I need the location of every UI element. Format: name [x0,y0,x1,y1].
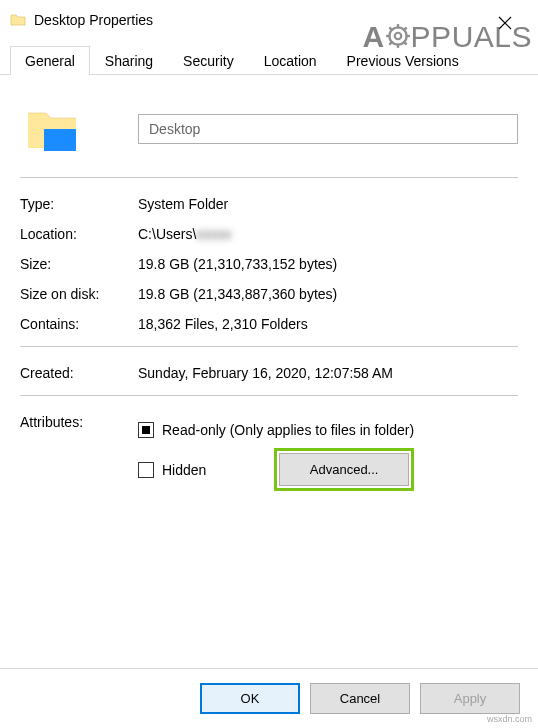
attributes-label: Attributes: [20,414,138,430]
svg-line-8 [403,27,406,30]
small-watermark: wsxdn.com [487,714,532,724]
window-title: Desktop Properties [34,12,153,28]
svg-line-6 [403,41,406,44]
separator [20,346,518,347]
highlight-annotation: Advanced... [274,448,414,491]
folder-large-icon [24,101,80,157]
tab-general[interactable]: General [10,46,90,75]
hidden-label: Hidden [162,462,206,478]
svg-point-9 [394,33,401,40]
separator [20,395,518,396]
size-value: 19.8 GB (21,310,733,152 bytes) [138,256,337,272]
svg-rect-10 [44,129,76,151]
created-value: Sunday, February 16, 2020, 12:07:58 AM [138,365,393,381]
cancel-button[interactable]: Cancel [310,683,410,714]
tab-security[interactable]: Security [168,46,249,75]
created-label: Created: [20,365,138,381]
apply-button: Apply [420,683,520,714]
folder-name-input[interactable] [138,114,518,144]
ok-button[interactable]: OK [200,683,300,714]
sizeondisk-value: 19.8 GB (21,343,887,360 bytes) [138,286,337,302]
svg-line-7 [389,41,392,44]
folder-icon [10,12,26,28]
readonly-label: Read-only (Only applies to files in fold… [162,422,414,438]
contains-value: 18,362 Files, 2,310 Folders [138,316,308,332]
svg-line-5 [389,27,392,30]
watermark-logo: APPUALS [362,20,532,56]
tab-location[interactable]: Location [249,46,332,75]
type-label: Type: [20,196,138,212]
advanced-button[interactable]: Advanced... [279,453,409,486]
type-value: System Folder [138,196,228,212]
sizeondisk-label: Size on disk: [20,286,138,302]
readonly-checkbox[interactable] [138,422,154,438]
hidden-checkbox[interactable] [138,462,154,478]
separator [20,177,518,178]
location-label: Location: [20,226,138,242]
tab-sharing[interactable]: Sharing [90,46,168,75]
location-value: C:\Users\xxxxx [138,226,231,242]
contains-label: Contains: [20,316,138,332]
size-label: Size: [20,256,138,272]
